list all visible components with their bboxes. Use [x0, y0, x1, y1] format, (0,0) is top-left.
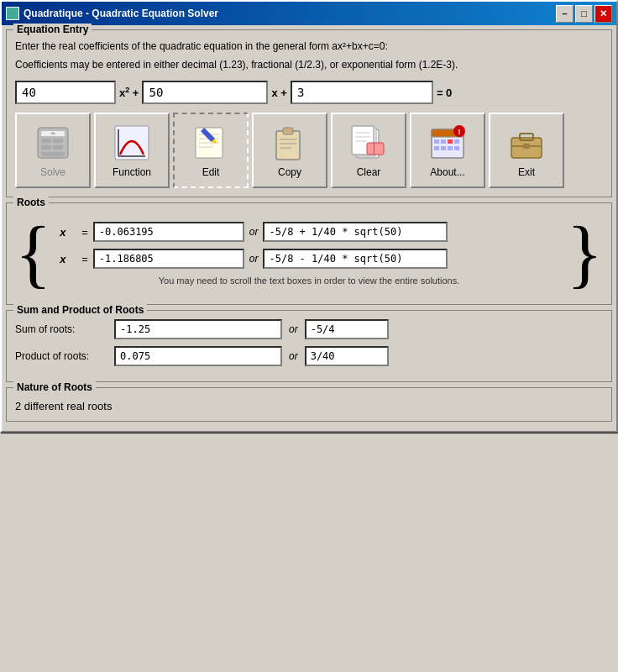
- main-window: Quadratique - Quadratic Equation Solver …: [0, 0, 618, 433]
- root1-eq-label: =: [81, 226, 88, 239]
- sum-product-label: Sum and Product of Roots: [13, 304, 147, 316]
- function-svg: [113, 124, 150, 161]
- window-content: Equation Entry Enter the real coefficien…: [2, 25, 616, 431]
- maximize-button[interactable]: □: [575, 5, 593, 23]
- clear-label: Clear: [357, 166, 381, 178]
- product-or-label: or: [289, 350, 298, 362]
- x-label: x +: [271, 87, 286, 99]
- product-label: Product of roots:: [15, 350, 107, 362]
- roots-section: Roots { x = or x =: [6, 202, 612, 305]
- edit-icon: [191, 123, 231, 163]
- copy-svg: [271, 124, 308, 161]
- svg-rect-29: [367, 143, 384, 155]
- product-row: Product of roots: or: [15, 346, 603, 366]
- coeff-b-input[interactable]: [142, 81, 268, 104]
- sum-or-label: or: [289, 323, 298, 335]
- equation-entry-label: Equation Entry: [13, 24, 92, 35]
- sum-label: Sum of roots:: [15, 323, 107, 335]
- exit-button[interactable]: Exit: [489, 113, 564, 188]
- svg-rect-33: [434, 139, 439, 144]
- description-line2: Coefficients may be entered in either de…: [15, 57, 603, 72]
- window-title: Quadratique - Quadratic Equation Solver: [24, 8, 556, 19]
- svg-rect-40: [454, 146, 459, 150]
- root2-exact-input[interactable]: [263, 249, 448, 269]
- nature-section: Nature of Roots 2 different real roots: [6, 387, 612, 422]
- function-icon: [112, 123, 152, 163]
- root1-exact-input[interactable]: [263, 222, 448, 242]
- edit-button[interactable]: Edit: [173, 113, 249, 188]
- edit-svg: [192, 124, 229, 161]
- root1-row: x = or: [60, 222, 558, 242]
- clear-icon: [348, 123, 389, 163]
- equation-entry-section: Equation Entry Enter the real coefficien…: [6, 29, 612, 197]
- svg-rect-3: [41, 145, 51, 150]
- root2-decimal-input[interactable]: [93, 249, 244, 269]
- root2-eq-label: =: [81, 253, 88, 265]
- svg-rect-37: [434, 146, 439, 150]
- root1-decimal-input[interactable]: [93, 222, 244, 242]
- solve-icon: ✏: [33, 123, 73, 163]
- clear-button[interactable]: Clear: [331, 113, 406, 188]
- roots-section-label: Roots: [13, 197, 49, 208]
- copy-button[interactable]: Copy: [252, 113, 327, 188]
- root1-or-label: or: [249, 226, 259, 238]
- nature-section-label: Nature of Roots: [13, 381, 96, 393]
- minimize-button[interactable]: –: [556, 5, 573, 23]
- svg-rect-2: [41, 139, 51, 143]
- copy-label: Copy: [278, 166, 301, 178]
- about-icon: !: [427, 123, 468, 163]
- about-label: About...: [430, 166, 464, 178]
- root1-x-label: x: [60, 226, 76, 239]
- title-bar: Quadratique - Quadratic Equation Solver …: [2, 2, 616, 25]
- svg-text:✏: ✏: [51, 131, 55, 136]
- description-line1: Enter the real coefficients of the quadr…: [15, 39, 603, 54]
- exit-icon: [506, 123, 547, 163]
- x2-label: x2 +: [119, 86, 139, 99]
- product-decimal-input[interactable]: [114, 346, 282, 366]
- roots-inner: x = or x = or You may need to scro: [51, 222, 567, 286]
- function-button[interactable]: Function: [94, 113, 170, 188]
- svg-rect-19: [283, 128, 293, 134]
- solve-button[interactable]: ✏ Solve: [15, 113, 91, 188]
- solve-svg: ✏: [34, 124, 71, 161]
- scroll-hint: You may need to scroll the text boxes in…: [60, 276, 558, 286]
- svg-rect-36: [454, 139, 459, 144]
- svg-text:!: !: [458, 128, 461, 136]
- close-button[interactable]: ✕: [594, 5, 612, 23]
- product-exact-input[interactable]: [305, 346, 389, 366]
- about-svg: !: [429, 124, 466, 161]
- svg-rect-6: [41, 152, 65, 156]
- roots-content: { x = or x = or: [15, 212, 603, 296]
- root2-row: x = or: [60, 249, 558, 269]
- function-label: Function: [113, 166, 151, 178]
- toolbar: ✏ Solve: [15, 113, 603, 188]
- edit-label: Edit: [202, 166, 220, 178]
- svg-rect-34: [441, 139, 446, 144]
- sum-exact-input[interactable]: [305, 319, 389, 339]
- about-button[interactable]: ! About...: [410, 113, 485, 188]
- solve-label: Solve: [40, 166, 65, 178]
- app-icon: [6, 7, 19, 20]
- root2-or-label: or: [249, 253, 259, 265]
- svg-rect-38: [441, 146, 446, 150]
- equation-row: x2 + x + = 0: [15, 81, 603, 104]
- sum-product-section: Sum and Product of Roots Sum of roots: o…: [6, 310, 612, 382]
- sum-decimal-input[interactable]: [114, 319, 282, 339]
- coeff-a-input[interactable]: [15, 81, 116, 104]
- clear-svg: [350, 124, 387, 161]
- svg-rect-5: [53, 145, 63, 150]
- svg-rect-46: [523, 144, 530, 149]
- nature-text: 2 different real roots: [15, 400, 603, 412]
- svg-rect-4: [53, 139, 63, 143]
- close-brace: }: [567, 216, 603, 291]
- svg-rect-39: [448, 146, 453, 150]
- root2-x-label: x: [60, 253, 76, 265]
- coeff-c-input[interactable]: [291, 81, 433, 104]
- title-bar-buttons: – □ ✕: [556, 5, 612, 23]
- open-brace: {: [15, 216, 51, 291]
- svg-rect-35: [448, 139, 453, 144]
- sum-row: Sum of roots: or: [15, 319, 603, 339]
- svg-rect-30: [374, 143, 374, 155]
- copy-icon: [270, 123, 310, 163]
- exit-label: Exit: [518, 166, 535, 178]
